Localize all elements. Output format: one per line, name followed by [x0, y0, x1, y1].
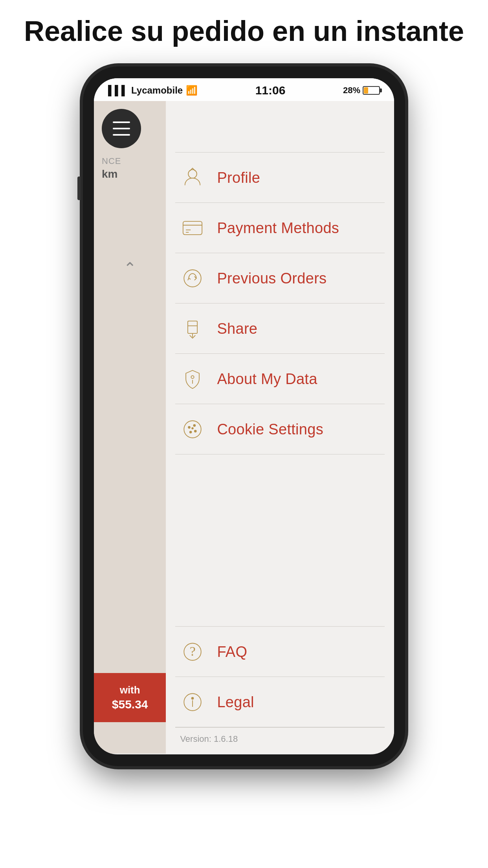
svg-point-8	[191, 376, 194, 379]
sidebar-item-profile[interactable]: Profile	[166, 153, 394, 203]
distance-value: km	[102, 168, 158, 180]
status-bar: ▌▌▌ Lycamobile 📶 11:06 28%	[94, 78, 394, 101]
legal-label: Legal	[217, 694, 254, 711]
phone-screen: ▌▌▌ Lycamobile 📶 11:06 28% NCE km ⌃	[94, 78, 394, 754]
sidebar-item-faq[interactable]: ? FAQ	[166, 627, 394, 677]
wifi-icon: 📶	[186, 85, 198, 96]
status-time: 11:06	[198, 84, 343, 97]
share-label: Share	[217, 320, 257, 337]
hamburger-menu-button[interactable]	[102, 109, 141, 148]
distance-label: NCE	[102, 156, 158, 166]
sidebar-item-previous-orders[interactable]: Previous Orders	[166, 253, 394, 303]
chevron-up-icon: ⌃	[102, 259, 158, 277]
about-my-data-icon	[180, 366, 205, 392]
version-label: Version: 1.6.18	[166, 728, 394, 754]
svg-point-0	[189, 170, 197, 178]
svg-text:?: ?	[190, 644, 196, 658]
status-left: ▌▌▌ Lycamobile 📶	[108, 85, 198, 96]
svg-point-14	[194, 430, 196, 432]
payment-methods-label: Payment Methods	[217, 220, 339, 237]
hamburger-line-3	[113, 134, 130, 136]
svg-rect-6	[188, 321, 197, 333]
svg-point-13	[190, 431, 192, 433]
sidebar-item-about-my-data[interactable]: About My Data	[166, 354, 394, 404]
profile-icon	[180, 165, 205, 190]
battery-percent: 28%	[343, 85, 360, 96]
sidebar-item-payment-methods[interactable]: Payment Methods	[166, 203, 394, 253]
previous-orders-icon	[180, 266, 205, 291]
price-value: $55.34	[100, 698, 160, 711]
previous-orders-label: Previous Orders	[217, 270, 327, 287]
sidebar-top-space	[166, 101, 394, 152]
sidebar-item-cookie-settings[interactable]: Cookie Settings	[166, 404, 394, 454]
hamburger-line-1	[113, 121, 130, 123]
profile-label: Profile	[217, 169, 260, 186]
hamburger-line-2	[113, 128, 130, 129]
cookie-settings-icon	[180, 417, 205, 442]
battery-icon	[363, 86, 380, 95]
svg-point-15	[192, 428, 194, 429]
share-icon	[180, 316, 205, 341]
sidebar-item-share[interactable]: Share	[166, 303, 394, 354]
cookie-settings-label: Cookie Settings	[217, 421, 323, 438]
svg-point-12	[194, 425, 196, 427]
sidebar-bottom-section: ? FAQ L	[166, 614, 394, 754]
svg-rect-1	[183, 221, 202, 235]
screen-content: NCE km ⌃ with $55.34	[94, 101, 394, 754]
svg-point-20	[192, 697, 194, 699]
svg-point-11	[189, 427, 191, 428]
about-my-data-label: About My Data	[217, 371, 317, 388]
phone-frame: ▌▌▌ Lycamobile 📶 11:06 28% NCE km ⌃	[83, 66, 405, 766]
battery-fill	[364, 87, 368, 94]
payment-methods-icon	[180, 215, 205, 241]
faq-icon: ?	[180, 639, 205, 664]
sidebar-item-legal[interactable]: Legal	[166, 677, 394, 727]
red-button-peek[interactable]: with $55.34	[94, 673, 166, 722]
legal-icon	[180, 690, 205, 715]
svg-point-5	[184, 270, 202, 287]
signal-icon: ▌▌▌	[108, 85, 128, 96]
page-title: Realice su pedido en un instante	[0, 0, 488, 66]
faq-label: FAQ	[217, 644, 247, 660]
status-right: 28%	[343, 85, 380, 96]
app-peek: NCE km ⌃ with $55.34	[94, 101, 166, 754]
sidebar-drawer: Profile Payment Methods	[166, 101, 394, 754]
price-prefix: with	[100, 684, 160, 696]
carrier-label: Lycamobile	[131, 85, 183, 96]
